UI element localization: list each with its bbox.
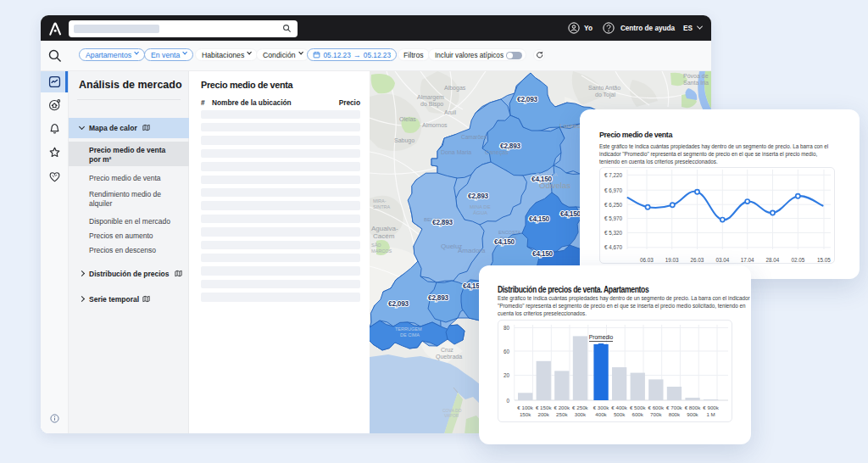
svg-text:250k: 250k (556, 411, 568, 417)
svg-text:SÃO: SÃO (371, 243, 381, 248)
svg-text:300k: 300k (575, 411, 587, 417)
svg-text:Camarões: Camarões (461, 134, 487, 140)
svg-text:€ 250k: € 250k (572, 404, 588, 410)
svg-text:600k: 600k (632, 411, 643, 417)
svg-text:SINTRA: SINTRA (373, 204, 391, 209)
svg-text:Aruil: Aruil (444, 109, 456, 115)
svg-text:€4,150: €4,150 (560, 210, 581, 218)
svg-text:€4,150: €4,150 (529, 215, 549, 223)
svg-text:26.03: 26.03 (691, 257, 704, 263)
svg-text:€2,893: €2,893 (432, 219, 453, 226)
svg-text:€ 900k: € 900k (703, 404, 719, 410)
svg-text:do Tojal: do Tojal (595, 92, 615, 98)
svg-text:15.05: 15.05 (817, 257, 831, 263)
svg-text:Sabugo: Sabugo (394, 137, 415, 144)
svg-text:03.04: 03.04 (715, 257, 729, 263)
svg-text:€ 6,250: € 6,250 (604, 202, 623, 208)
svg-text:€ 4,670: € 4,670 (604, 244, 623, 250)
svg-text:Póvoa de: Póvoa de (683, 73, 709, 79)
svg-text:MIRA-: MIRA- (373, 198, 387, 204)
svg-text:€ 150k: € 150k (536, 404, 552, 410)
svg-text:19.03: 19.03 (665, 257, 679, 263)
svg-text:€ 700k: € 700k (666, 404, 682, 410)
svg-text:Santo Antão: Santo Antão (588, 85, 620, 91)
svg-text:€ 7,220: € 7,220 (604, 172, 623, 178)
svg-text:€ 5,320: € 5,320 (604, 230, 623, 236)
svg-text:€2,093: €2,093 (517, 96, 537, 103)
svg-text:Agualva-: Agualva- (371, 225, 398, 232)
svg-text:60: 60 (504, 349, 510, 354)
svg-text:€ 6,970: € 6,970 (604, 187, 623, 193)
svg-text:02.05: 02.05 (791, 257, 804, 263)
svg-text:€2,893: €2,893 (428, 294, 448, 302)
svg-text:1 M: 1 M (706, 411, 715, 417)
svg-text:500k: 500k (614, 411, 626, 417)
svg-text:Promedio: Promedio (589, 334, 614, 340)
svg-text:0: 0 (506, 398, 509, 404)
svg-text:€ 100k: € 100k (517, 404, 533, 410)
svg-text:Almargem: Almargem (417, 94, 444, 101)
svg-text:800k: 800k (669, 411, 681, 417)
svg-text:€4,150: €4,150 (531, 176, 552, 183)
svg-text:€ 200k: € 200k (554, 404, 570, 410)
svg-text:€2,093: €2,093 (388, 300, 409, 308)
svg-text:Cruz: Cruz (441, 347, 453, 353)
svg-text:€4,150: €4,150 (494, 238, 515, 246)
svg-text:20: 20 (504, 372, 510, 378)
svg-text:Albogas: Albogas (444, 85, 466, 92)
svg-text:150k: 150k (520, 411, 531, 417)
svg-text:Quebrada: Quebrada (436, 354, 462, 360)
svg-text:€4,150: €4,150 (532, 250, 553, 258)
svg-text:Olelas: Olelas (399, 116, 416, 122)
svg-text:TERRUGEM: TERRUGEM (395, 326, 422, 332)
svg-text:MARCOS: MARCOS (371, 248, 392, 254)
svg-text:Loures: Loures (559, 122, 580, 130)
svg-text:do Bispo: do Bispo (420, 101, 443, 108)
svg-text:€ 600k: € 600k (648, 404, 665, 410)
svg-text:ÁGUA: ÁGUA (473, 210, 487, 215)
svg-text:€ 500k: € 500k (630, 404, 646, 410)
svg-text:28.04: 28.04 (766, 257, 780, 263)
svg-text:Almornos: Almornos (422, 122, 448, 128)
svg-text:€ 300k: € 300k (593, 404, 609, 410)
svg-text:Caneças: Caneças (485, 149, 509, 156)
svg-text:MINA DE: MINA DE (470, 204, 491, 209)
svg-text:400k: 400k (595, 411, 607, 417)
svg-text:700k: 700k (650, 411, 662, 417)
svg-text:Cacém: Cacém (373, 232, 395, 240)
svg-text:€ 800k: € 800k (685, 404, 701, 410)
svg-text:Dona Maria: Dona Maria (441, 149, 471, 155)
svg-text:€2,893: €2,893 (468, 192, 488, 200)
svg-text:DE CIMA: DE CIMA (400, 332, 420, 337)
svg-text:€ 5,970: € 5,970 (604, 215, 623, 221)
svg-text:ENCOSTA: ENCOSTA (498, 230, 521, 235)
svg-text:€ 400k: € 400k (611, 404, 627, 410)
svg-text:17.04: 17.04 (741, 257, 754, 263)
svg-text:Santa Iria: Santa Iria (683, 80, 709, 86)
svg-text:VAPOR: VAPOR (444, 413, 459, 418)
svg-text:Amadora: Amadora (458, 247, 486, 254)
svg-text:200k: 200k (537, 411, 549, 417)
svg-text:€2,893: €2,893 (500, 142, 520, 150)
svg-text:06.03: 06.03 (640, 257, 654, 263)
svg-text:80: 80 (504, 325, 510, 331)
svg-text:900k: 900k (687, 411, 698, 417)
